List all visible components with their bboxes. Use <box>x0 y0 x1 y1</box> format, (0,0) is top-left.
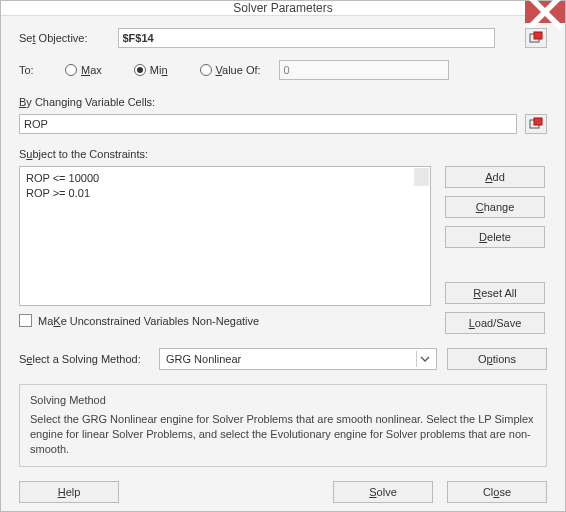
solving-method-info: Solving Method Select the GRG Nonlinear … <box>19 384 547 467</box>
solving-method-value: GRG Nonlinear <box>166 353 241 365</box>
changing-cells-label: By Changing Variable Cells: <box>19 96 547 108</box>
delete-button[interactable]: Delete <box>445 226 545 248</box>
titlebar: Solver Parameters <box>1 1 565 16</box>
change-button[interactable]: Change <box>445 196 545 218</box>
help-button[interactable]: Help <box>19 481 119 503</box>
constraint-item[interactable]: ROP >= 0.01 <box>26 186 424 201</box>
options-button[interactable]: Options <box>447 348 547 370</box>
unconstrained-nonnegative-checkbox[interactable] <box>19 314 32 327</box>
info-title: Solving Method <box>30 393 536 408</box>
solving-method-select[interactable]: GRG Nonlinear <box>159 348 437 370</box>
radio-valueof-circle[interactable] <box>200 64 212 76</box>
set-objective-label: Set Objective: <box>19 32 88 44</box>
solver-parameters-dialog: Solver Parameters Set Objective: To: Max… <box>0 0 566 512</box>
constraint-item[interactable]: ROP <= 10000 <box>26 171 424 186</box>
svg-rect-5 <box>534 118 542 125</box>
unconstrained-nonnegative-label: MaKe Unconstrained Variables Non-Negativ… <box>38 315 259 327</box>
close-icon[interactable] <box>525 1 565 23</box>
reset-all-button[interactable]: Reset All <box>445 282 545 304</box>
constraints-listbox[interactable]: ROP <= 10000 ROP >= 0.01 <box>19 166 431 306</box>
svg-rect-3 <box>534 32 542 39</box>
radio-max-circle[interactable] <box>65 64 77 76</box>
scrollbar-thumb[interactable] <box>414 168 429 186</box>
solve-button[interactable]: Solve <box>333 481 433 503</box>
dialog-title: Solver Parameters <box>233 1 332 15</box>
objective-input[interactable] <box>118 28 496 48</box>
chevron-down-icon[interactable] <box>416 351 432 367</box>
objective-range-picker-icon[interactable] <box>525 28 547 48</box>
close-button[interactable]: Close <box>447 481 547 503</box>
load-save-button[interactable]: Load/Save <box>445 312 545 334</box>
constraints-label: Subject to the Constraints: <box>19 148 547 160</box>
info-body: Select the GRG Nonlinear engine for Solv… <box>30 412 536 457</box>
valueof-input[interactable] <box>279 60 449 80</box>
radio-max[interactable]: Max <box>65 64 102 76</box>
radio-min[interactable]: Min <box>134 64 168 76</box>
changing-cells-range-picker-icon[interactable] <box>525 114 547 134</box>
select-method-label: Select a Solving Method: <box>19 353 149 365</box>
to-label: To: <box>19 64 59 76</box>
radio-valueof[interactable]: Value Of: <box>200 64 261 76</box>
changing-cells-input[interactable] <box>19 114 517 134</box>
add-button[interactable]: Add <box>445 166 545 188</box>
radio-min-circle[interactable] <box>134 64 146 76</box>
